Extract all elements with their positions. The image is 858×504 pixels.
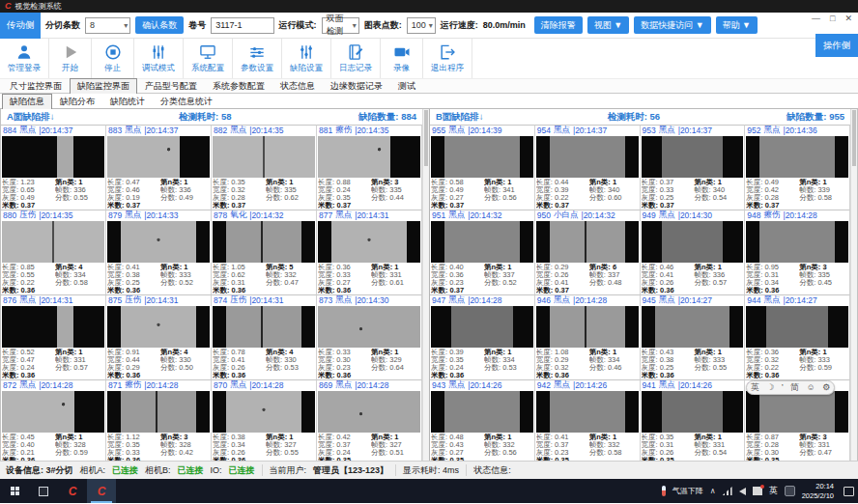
defect-card[interactable]: 951 黑点 |20:14:32 长度: 0.40 宽度: 0.36 灰度: 0… xyxy=(430,210,535,294)
clock[interactable]: 20:14 2025/2/10 xyxy=(802,482,834,500)
defect-card[interactable]: 955 黑点 |20:14:39 长度: 0.58 宽度: 0.49 灰度: 0… xyxy=(430,125,535,210)
defect-thumbnail-image[interactable] xyxy=(642,306,744,349)
defect-thumbnail-image[interactable] xyxy=(107,391,210,434)
defect-thumbnail-image[interactable] xyxy=(318,391,420,434)
defect-card[interactable]: 875 压伤 |20:14:31 长度: 0.91 宽度: 0.44 灰度: 0… xyxy=(106,294,212,379)
defect-thumbnail-image[interactable] xyxy=(746,221,848,264)
defect-card[interactable]: 944 黑点 |20:14:27 长度: 0.36 宽度: 0.32 灰度: 0… xyxy=(745,294,850,379)
defect-card[interactable]: 884 黑点 |20:14:37 长度: 1.23 宽度: 0.65 灰度: 0… xyxy=(1,125,106,210)
task-view-button[interactable] xyxy=(29,479,58,503)
tab-status-info[interactable]: 状态信息 xyxy=(272,78,323,94)
defect-thumbnail-image[interactable] xyxy=(213,221,315,264)
panel-b-scrollbar-thumb[interactable] xyxy=(852,110,856,166)
defect-card[interactable]: 946 黑点 |20:14:28 长度: 1.08 宽度: 0.29 灰度: 0… xyxy=(535,294,641,379)
ime-settings-gear-icon[interactable]: ⚙ xyxy=(822,383,830,392)
defect-card[interactable]: 878 氧化 |20:14:32 长度: 1.05 宽度: 0.62 灰度: 0… xyxy=(212,210,317,294)
defect-card[interactable]: 880 压伤 |20:14:35 长度: 0.85 宽度: 0.55 灰度: 0… xyxy=(1,210,106,294)
ime-halfmoon-icon[interactable]: ☽ xyxy=(766,383,774,392)
defect-thumbnail-image[interactable] xyxy=(746,136,848,179)
notification-center-icon[interactable] xyxy=(844,487,854,496)
panel-b-scrollbar[interactable] xyxy=(850,109,857,461)
operation-side-button[interactable]: 操作侧 xyxy=(815,34,858,57)
defect-card[interactable]: 949 黑点 |20:14:30 长度: 0.46 宽度: 0.41 灰度: 0… xyxy=(641,210,746,294)
weather-text[interactable]: 气温下降 xyxy=(672,486,703,496)
defect-thumbnail-image[interactable] xyxy=(107,221,210,264)
ime-punctuation-toggle[interactable]: ’ xyxy=(782,383,784,392)
defect-thumbnail-image[interactable] xyxy=(431,306,533,349)
defect-thumbnail-image[interactable] xyxy=(431,136,533,179)
defect-thumbnail-image[interactable] xyxy=(2,221,104,264)
defect-thumbnail-image[interactable] xyxy=(536,136,639,179)
defect-thumbnail-image[interactable] xyxy=(2,391,104,434)
defect-card[interactable]: 950 小白点 |20:14:32 长度: 0.29 宽度: 0.26 灰度: … xyxy=(535,210,641,294)
defect-card[interactable]: 870 黑点 |20:14:28 长度: 0.38 宽度: 0.34 灰度: 0… xyxy=(212,379,317,461)
ime-simplified-toggle[interactable]: 简 xyxy=(790,383,799,392)
defect-card[interactable]: 871 擦伤 |20:14:28 长度: 1.12 宽度: 0.35 灰度: 0… xyxy=(106,379,212,461)
tab-size-monitor[interactable]: 尺寸监控界面 xyxy=(2,78,70,94)
defect-thumbnail-image[interactable] xyxy=(318,306,420,349)
defect-thumbnail-image[interactable] xyxy=(318,221,420,264)
defect-card[interactable]: 948 擦伤 |20:14:28 长度: 0.95 宽度: 0.31 灰度: 0… xyxy=(745,210,850,294)
help-menu-button[interactable]: 帮助 ▼ xyxy=(716,16,758,34)
start-button[interactable] xyxy=(0,479,29,503)
defect-thumbnail-image[interactable] xyxy=(213,391,315,434)
defect-card[interactable]: 877 黑点 |20:14:31 长度: 0.36 宽度: 0.33 灰度: 0… xyxy=(317,210,422,294)
quick-access-menu-button[interactable]: 数据快捷访问 ▼ xyxy=(634,16,710,34)
running-app-button[interactable]: C xyxy=(87,479,116,503)
defect-card[interactable]: 953 黑点 |20:14:37 长度: 0.37 宽度: 0.33 灰度: 0… xyxy=(641,125,746,210)
log-record-button[interactable]: 日志记录 xyxy=(331,39,381,78)
defect-thumbnail-image[interactable] xyxy=(746,306,848,349)
ime-tray-icon[interactable] xyxy=(785,486,795,496)
stop-button[interactable]: 停止 xyxy=(92,39,134,78)
roll-number-input[interactable]: 3117-1 xyxy=(211,17,273,34)
subtab-defect-distribution[interactable]: 缺陷分布 xyxy=(52,94,102,109)
defect-card[interactable]: 869 黑点 |20:14:28 长度: 0.42 宽度: 0.37 灰度: 0… xyxy=(317,379,422,461)
subtab-defect-info[interactable]: 缺陷信息 xyxy=(2,94,52,109)
chart-points-select[interactable]: 100 ▾ xyxy=(407,17,436,34)
defect-card[interactable]: 881 擦伤 |20:14:35 长度: 0.88 宽度: 0.24 灰度: 0… xyxy=(317,125,422,210)
language-indicator[interactable]: 英 xyxy=(769,485,778,497)
defect-card[interactable]: 882 黑点 |20:14:35 长度: 0.35 宽度: 0.32 灰度: 0… xyxy=(212,125,317,210)
message-badge-icon[interactable] xyxy=(753,487,762,495)
system-config-button[interactable]: 系统配置 xyxy=(184,39,233,78)
defect-thumbnail-image[interactable] xyxy=(431,221,533,264)
defect-card[interactable]: 947 黑点 |20:14:28 长度: 0.39 宽度: 0.35 灰度: 0… xyxy=(430,294,535,379)
thermometer-icon[interactable] xyxy=(662,486,666,496)
defect-thumbnail-image[interactable] xyxy=(536,221,639,264)
clear-alarm-button[interactable]: 清除报警 xyxy=(534,16,583,34)
defect-thumbnail-image[interactable] xyxy=(536,306,639,349)
defect-thumbnail-image[interactable] xyxy=(213,306,315,349)
admin-login-button[interactable]: 管理登录 xyxy=(0,39,49,78)
parameter-settings-button[interactable]: 参数设置 xyxy=(233,39,282,78)
ime-language-toggle[interactable]: 英 xyxy=(751,383,759,392)
defect-card[interactable]: 954 黑点 |20:14:37 长度: 0.44 宽度: 0.39 灰度: 0… xyxy=(535,125,641,210)
tab-system-param-config[interactable]: 系统参数配置 xyxy=(205,78,272,94)
defect-card[interactable]: 941 黑点 |20:14:26 长度: 0.35 宽度: 0.31 灰度: 0… xyxy=(641,379,746,461)
tab-product-model-config[interactable]: 产品型号配置 xyxy=(137,78,205,94)
view-menu-button[interactable]: 视图 ▼ xyxy=(587,16,629,34)
panel-a-scrollbar[interactable] xyxy=(422,109,429,461)
exit-program-button[interactable]: 退出程序 xyxy=(423,39,472,78)
defect-card[interactable]: 945 黑点 |20:14:27 长度: 0.43 宽度: 0.38 灰度: 0… xyxy=(641,294,746,379)
defect-thumbnail-image[interactable] xyxy=(2,306,104,349)
drive-side-button[interactable]: 传动侧 xyxy=(0,13,41,39)
network-icon[interactable] xyxy=(723,487,732,495)
defect-thumbnail-image[interactable] xyxy=(642,391,744,434)
defect-thumbnail-image[interactable] xyxy=(213,136,315,179)
defect-card[interactable]: 879 黑点 |20:14:33 长度: 0.41 宽度: 0.38 灰度: 0… xyxy=(106,210,212,294)
defect-card[interactable]: 952 黑点 |20:14:36 长度: 0.49 宽度: 0.42 灰度: 0… xyxy=(745,125,850,210)
run-mode-select[interactable]: 双面检测 ▾ xyxy=(322,17,359,34)
tab-test[interactable]: 测试 xyxy=(390,78,423,94)
defect-thumbnail-image[interactable] xyxy=(642,136,744,179)
defect-card[interactable]: 876 黑点 |20:14:31 长度: 0.52 宽度: 0.47 灰度: 0… xyxy=(1,294,106,379)
defect-card[interactable]: 943 黑点 |20:14:26 长度: 0.48 宽度: 0.43 灰度: 0… xyxy=(430,379,535,461)
video-record-button[interactable]: 录像 xyxy=(381,39,423,78)
subtab-class-info-statistics[interactable]: 分类信息统计 xyxy=(153,94,220,109)
panel-a-scrollbar-thumb[interactable] xyxy=(424,110,428,166)
debug-mode-button[interactable]: 调试模式 xyxy=(134,39,184,78)
defect-thumbnail-image[interactable] xyxy=(431,391,533,434)
slit-count-select[interactable]: 8 ▾ xyxy=(85,17,130,34)
ime-emoji-icon[interactable]: ☺ xyxy=(807,383,815,392)
defect-thumbnail-image[interactable] xyxy=(642,221,744,264)
volume-icon[interactable] xyxy=(739,488,746,495)
